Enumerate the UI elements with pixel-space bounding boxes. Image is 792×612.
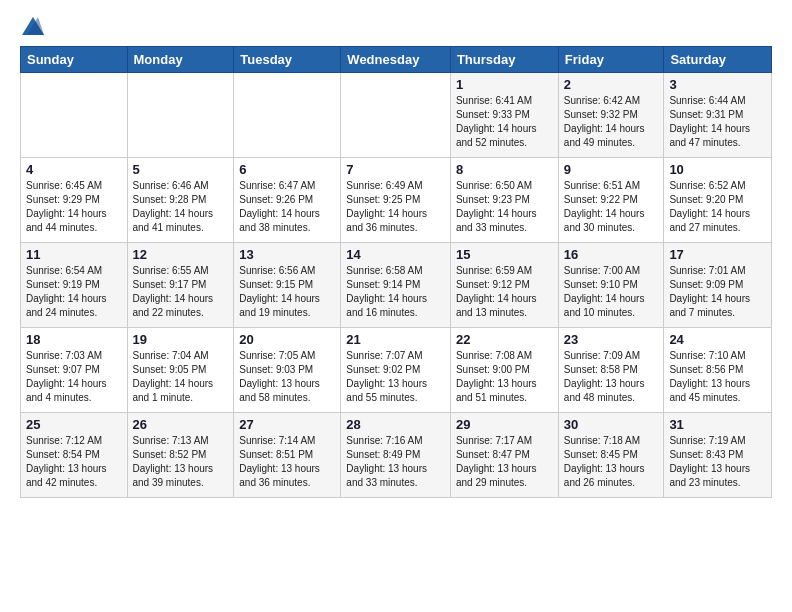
calendar-cell: 25Sunrise: 7:12 AM Sunset: 8:54 PM Dayli… <box>21 412 128 497</box>
calendar-cell: 23Sunrise: 7:09 AM Sunset: 8:58 PM Dayli… <box>558 327 664 412</box>
day-number: 20 <box>239 332 335 347</box>
day-info: Sunrise: 7:04 AM Sunset: 9:05 PM Dayligh… <box>133 349 229 405</box>
calendar-cell <box>341 72 451 157</box>
day-info: Sunrise: 6:47 AM Sunset: 9:26 PM Dayligh… <box>239 179 335 235</box>
day-info: Sunrise: 6:46 AM Sunset: 9:28 PM Dayligh… <box>133 179 229 235</box>
day-number: 14 <box>346 247 445 262</box>
calendar-cell: 3Sunrise: 6:44 AM Sunset: 9:31 PM Daylig… <box>664 72 772 157</box>
calendar-cell: 13Sunrise: 6:56 AM Sunset: 9:15 PM Dayli… <box>234 242 341 327</box>
calendar-cell: 22Sunrise: 7:08 AM Sunset: 9:00 PM Dayli… <box>450 327 558 412</box>
calendar-cell: 16Sunrise: 7:00 AM Sunset: 9:10 PM Dayli… <box>558 242 664 327</box>
calendar-cell: 8Sunrise: 6:50 AM Sunset: 9:23 PM Daylig… <box>450 157 558 242</box>
day-number: 31 <box>669 417 766 432</box>
day-number: 25 <box>26 417 122 432</box>
day-number: 29 <box>456 417 553 432</box>
calendar-cell <box>21 72 128 157</box>
calendar-week-2: 4Sunrise: 6:45 AM Sunset: 9:29 PM Daylig… <box>21 157 772 242</box>
calendar-cell: 11Sunrise: 6:54 AM Sunset: 9:19 PM Dayli… <box>21 242 128 327</box>
calendar-cell: 10Sunrise: 6:52 AM Sunset: 9:20 PM Dayli… <box>664 157 772 242</box>
day-info: Sunrise: 7:19 AM Sunset: 8:43 PM Dayligh… <box>669 434 766 490</box>
day-info: Sunrise: 7:03 AM Sunset: 9:07 PM Dayligh… <box>26 349 122 405</box>
day-info: Sunrise: 6:56 AM Sunset: 9:15 PM Dayligh… <box>239 264 335 320</box>
day-number: 27 <box>239 417 335 432</box>
calendar-cell: 14Sunrise: 6:58 AM Sunset: 9:14 PM Dayli… <box>341 242 451 327</box>
day-info: Sunrise: 7:10 AM Sunset: 8:56 PM Dayligh… <box>669 349 766 405</box>
weekday-header-sunday: Sunday <box>21 46 128 72</box>
weekday-header-wednesday: Wednesday <box>341 46 451 72</box>
day-info: Sunrise: 7:08 AM Sunset: 9:00 PM Dayligh… <box>456 349 553 405</box>
day-number: 23 <box>564 332 659 347</box>
calendar-cell: 30Sunrise: 7:18 AM Sunset: 8:45 PM Dayli… <box>558 412 664 497</box>
day-info: Sunrise: 6:58 AM Sunset: 9:14 PM Dayligh… <box>346 264 445 320</box>
day-info: Sunrise: 6:59 AM Sunset: 9:12 PM Dayligh… <box>456 264 553 320</box>
day-number: 12 <box>133 247 229 262</box>
calendar-cell: 24Sunrise: 7:10 AM Sunset: 8:56 PM Dayli… <box>664 327 772 412</box>
calendar-cell: 26Sunrise: 7:13 AM Sunset: 8:52 PM Dayli… <box>127 412 234 497</box>
calendar-cell: 9Sunrise: 6:51 AM Sunset: 9:22 PM Daylig… <box>558 157 664 242</box>
day-info: Sunrise: 7:17 AM Sunset: 8:47 PM Dayligh… <box>456 434 553 490</box>
calendar-cell: 2Sunrise: 6:42 AM Sunset: 9:32 PM Daylig… <box>558 72 664 157</box>
calendar-cell <box>127 72 234 157</box>
calendar-cell: 20Sunrise: 7:05 AM Sunset: 9:03 PM Dayli… <box>234 327 341 412</box>
calendar-table: SundayMondayTuesdayWednesdayThursdayFrid… <box>20 46 772 498</box>
day-number: 5 <box>133 162 229 177</box>
weekday-header-saturday: Saturday <box>664 46 772 72</box>
day-info: Sunrise: 6:54 AM Sunset: 9:19 PM Dayligh… <box>26 264 122 320</box>
day-number: 8 <box>456 162 553 177</box>
logo <box>20 16 46 36</box>
day-info: Sunrise: 7:09 AM Sunset: 8:58 PM Dayligh… <box>564 349 659 405</box>
day-number: 1 <box>456 77 553 92</box>
page: SundayMondayTuesdayWednesdayThursdayFrid… <box>0 0 792 508</box>
day-number: 22 <box>456 332 553 347</box>
day-info: Sunrise: 7:00 AM Sunset: 9:10 PM Dayligh… <box>564 264 659 320</box>
day-info: Sunrise: 7:18 AM Sunset: 8:45 PM Dayligh… <box>564 434 659 490</box>
day-number: 16 <box>564 247 659 262</box>
calendar-week-1: 1Sunrise: 6:41 AM Sunset: 9:33 PM Daylig… <box>21 72 772 157</box>
calendar-cell: 5Sunrise: 6:46 AM Sunset: 9:28 PM Daylig… <box>127 157 234 242</box>
calendar-cell <box>234 72 341 157</box>
day-number: 11 <box>26 247 122 262</box>
day-number: 15 <box>456 247 553 262</box>
day-number: 17 <box>669 247 766 262</box>
day-number: 21 <box>346 332 445 347</box>
day-number: 6 <box>239 162 335 177</box>
calendar-cell: 6Sunrise: 6:47 AM Sunset: 9:26 PM Daylig… <box>234 157 341 242</box>
calendar-cell: 28Sunrise: 7:16 AM Sunset: 8:49 PM Dayli… <box>341 412 451 497</box>
logo-text <box>20 16 46 36</box>
day-info: Sunrise: 7:12 AM Sunset: 8:54 PM Dayligh… <box>26 434 122 490</box>
calendar-week-5: 25Sunrise: 7:12 AM Sunset: 8:54 PM Dayli… <box>21 412 772 497</box>
calendar-cell: 27Sunrise: 7:14 AM Sunset: 8:51 PM Dayli… <box>234 412 341 497</box>
day-number: 10 <box>669 162 766 177</box>
day-number: 28 <box>346 417 445 432</box>
day-info: Sunrise: 7:16 AM Sunset: 8:49 PM Dayligh… <box>346 434 445 490</box>
calendar-cell: 18Sunrise: 7:03 AM Sunset: 9:07 PM Dayli… <box>21 327 128 412</box>
day-number: 13 <box>239 247 335 262</box>
day-number: 26 <box>133 417 229 432</box>
day-info: Sunrise: 6:50 AM Sunset: 9:23 PM Dayligh… <box>456 179 553 235</box>
day-number: 9 <box>564 162 659 177</box>
day-number: 7 <box>346 162 445 177</box>
calendar-week-3: 11Sunrise: 6:54 AM Sunset: 9:19 PM Dayli… <box>21 242 772 327</box>
calendar-cell: 4Sunrise: 6:45 AM Sunset: 9:29 PM Daylig… <box>21 157 128 242</box>
day-number: 18 <box>26 332 122 347</box>
day-number: 3 <box>669 77 766 92</box>
day-number: 19 <box>133 332 229 347</box>
weekday-header-tuesday: Tuesday <box>234 46 341 72</box>
calendar-week-4: 18Sunrise: 7:03 AM Sunset: 9:07 PM Dayli… <box>21 327 772 412</box>
calendar-cell: 12Sunrise: 6:55 AM Sunset: 9:17 PM Dayli… <box>127 242 234 327</box>
day-number: 30 <box>564 417 659 432</box>
day-info: Sunrise: 6:41 AM Sunset: 9:33 PM Dayligh… <box>456 94 553 150</box>
day-info: Sunrise: 6:42 AM Sunset: 9:32 PM Dayligh… <box>564 94 659 150</box>
header <box>20 16 772 36</box>
day-info: Sunrise: 7:13 AM Sunset: 8:52 PM Dayligh… <box>133 434 229 490</box>
calendar-cell: 1Sunrise: 6:41 AM Sunset: 9:33 PM Daylig… <box>450 72 558 157</box>
calendar-cell: 29Sunrise: 7:17 AM Sunset: 8:47 PM Dayli… <box>450 412 558 497</box>
day-info: Sunrise: 7:07 AM Sunset: 9:02 PM Dayligh… <box>346 349 445 405</box>
calendar-cell: 7Sunrise: 6:49 AM Sunset: 9:25 PM Daylig… <box>341 157 451 242</box>
calendar-cell: 31Sunrise: 7:19 AM Sunset: 8:43 PM Dayli… <box>664 412 772 497</box>
day-info: Sunrise: 6:44 AM Sunset: 9:31 PM Dayligh… <box>669 94 766 150</box>
day-info: Sunrise: 7:14 AM Sunset: 8:51 PM Dayligh… <box>239 434 335 490</box>
day-info: Sunrise: 6:49 AM Sunset: 9:25 PM Dayligh… <box>346 179 445 235</box>
calendar-cell: 15Sunrise: 6:59 AM Sunset: 9:12 PM Dayli… <box>450 242 558 327</box>
day-number: 2 <box>564 77 659 92</box>
